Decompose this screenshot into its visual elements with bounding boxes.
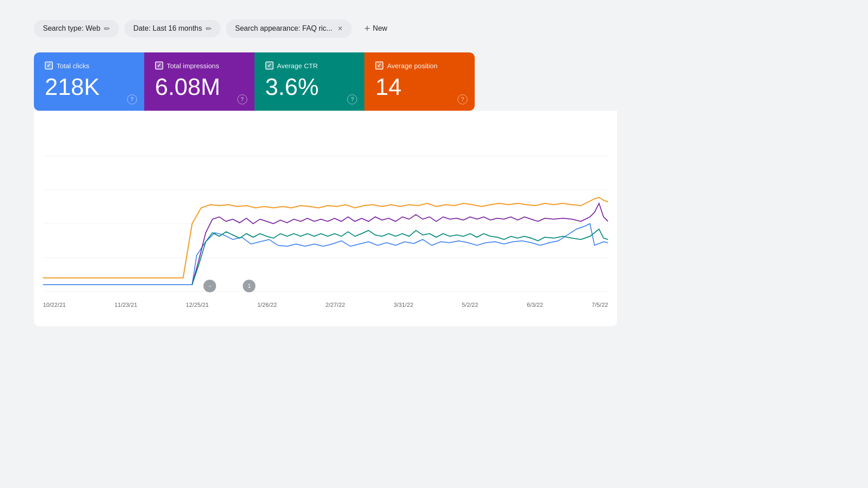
main-container: Search type: Web ✏ Date: Last 16 months … bbox=[0, 0, 868, 344]
clicks-line bbox=[43, 224, 608, 285]
total-clicks-label: Total clicks bbox=[57, 62, 90, 70]
total-clicks-card[interactable]: Total clicks 218K ? bbox=[34, 52, 144, 111]
total-clicks-header: Total clicks bbox=[45, 61, 133, 70]
x-label-1: 11/23/21 bbox=[114, 301, 137, 308]
x-label-3: 1/26/22 bbox=[257, 301, 277, 308]
event-marker-arrow[interactable]: → bbox=[203, 280, 216, 292]
average-ctr-value: 3.6% bbox=[265, 74, 354, 100]
average-position-label: Average position bbox=[387, 62, 437, 70]
search-type-label: Search type: Web bbox=[43, 24, 100, 33]
average-ctr-header: Average CTR bbox=[265, 61, 354, 70]
x-label-7: 6/3/22 bbox=[527, 301, 543, 308]
x-label-0: 10/22/21 bbox=[43, 301, 66, 308]
average-ctr-label: Average CTR bbox=[277, 62, 318, 70]
total-clicks-help[interactable]: ? bbox=[127, 94, 137, 104]
total-clicks-checkbox[interactable] bbox=[45, 61, 53, 70]
total-impressions-help[interactable]: ? bbox=[237, 94, 247, 104]
total-impressions-value: 6.08M bbox=[155, 74, 244, 100]
total-clicks-value: 218K bbox=[45, 74, 133, 100]
average-ctr-help[interactable]: ? bbox=[347, 94, 357, 104]
new-button-label: New bbox=[373, 24, 387, 33]
average-position-value: 14 bbox=[375, 74, 464, 100]
total-impressions-label: Total impressions bbox=[167, 62, 219, 70]
performance-chart bbox=[43, 124, 608, 291]
x-label-2: 12/25/21 bbox=[186, 301, 209, 308]
date-filter[interactable]: Date: Last 16 months ✏ bbox=[124, 20, 221, 38]
total-impressions-card[interactable]: Total impressions 6.08M ? bbox=[144, 52, 255, 111]
search-appearance-close-icon[interactable]: × bbox=[338, 24, 343, 33]
average-position-header: Average position bbox=[375, 61, 464, 70]
metrics-and-chart: Total clicks 218K ? Total impressions 6.… bbox=[34, 52, 475, 326]
total-impressions-header: Total impressions bbox=[155, 61, 244, 70]
filter-bar: Search type: Web ✏ Date: Last 16 months … bbox=[34, 18, 834, 39]
x-label-6: 5/2/22 bbox=[462, 301, 478, 308]
average-position-checkbox[interactable] bbox=[375, 61, 383, 70]
total-impressions-checkbox[interactable] bbox=[155, 61, 163, 70]
search-type-edit-icon: ✏ bbox=[104, 24, 110, 33]
plus-icon: + bbox=[364, 23, 370, 34]
search-appearance-filter[interactable]: Search appearance: FAQ ric... × bbox=[226, 19, 352, 38]
new-filter-button[interactable]: + New bbox=[357, 18, 395, 39]
average-position-card[interactable]: Average position 14 ? bbox=[364, 52, 475, 111]
average-ctr-checkbox[interactable] bbox=[265, 61, 274, 70]
impressions-line bbox=[43, 197, 608, 278]
average-position-help[interactable]: ? bbox=[458, 94, 467, 104]
x-label-5: 3/31/22 bbox=[394, 301, 413, 308]
position-line bbox=[192, 229, 608, 285]
date-label: Date: Last 16 months bbox=[133, 24, 202, 33]
search-appearance-label: Search appearance: FAQ ric... bbox=[235, 24, 332, 33]
x-axis-labels: 10/22/21 11/23/21 12/25/21 1/26/22 2/27/… bbox=[43, 298, 608, 308]
date-edit-icon: ✏ bbox=[206, 24, 212, 33]
average-ctr-card[interactable]: Average CTR 3.6% ? bbox=[255, 52, 365, 111]
x-label-8: 7/5/22 bbox=[592, 301, 608, 308]
chart-container: → 1 10/22/21 11/23/21 12/25/21 1/26/22 2… bbox=[34, 111, 617, 326]
search-type-filter[interactable]: Search type: Web ✏ bbox=[34, 20, 119, 38]
x-label-4: 2/27/22 bbox=[326, 301, 345, 308]
metrics-row: Total clicks 218K ? Total impressions 6.… bbox=[34, 52, 475, 111]
